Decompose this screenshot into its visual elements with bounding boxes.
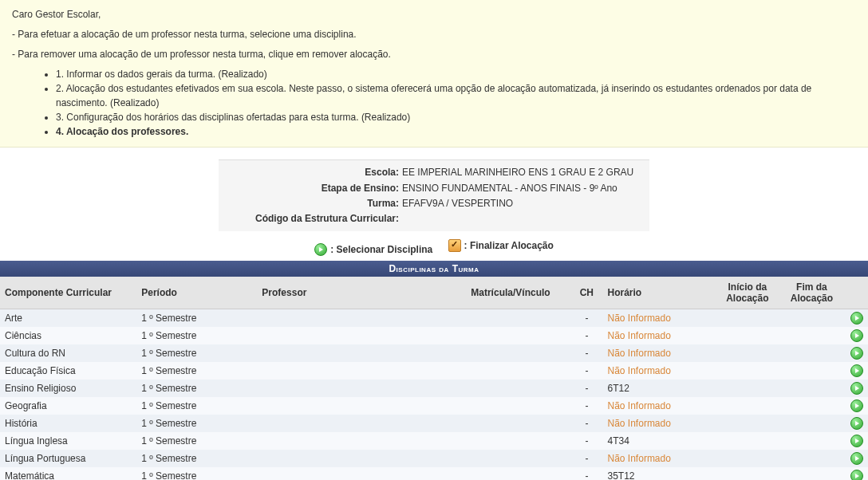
codigo-label: Código da Estrutura Curricular: xyxy=(227,211,402,226)
cell-fim xyxy=(779,450,844,467)
select-row-icon[interactable] xyxy=(850,382,863,395)
cell-componente: Ciências xyxy=(0,327,136,344)
table-row: Língua Portuguesa1 º Semestre-Não Inform… xyxy=(0,450,868,467)
cell-horario: Não Informado xyxy=(603,397,716,415)
notice-panel: Caro Gestor Escolar, - Para efetuar a al… xyxy=(0,0,868,148)
cell-periodo: 1 º Semestre xyxy=(136,397,257,415)
cell-ch: - xyxy=(570,467,602,480)
disciplinas-table: Componente Curricular Período Professor … xyxy=(0,277,868,480)
finalize-icon xyxy=(448,239,461,252)
cell-componente: Matemática xyxy=(0,467,136,480)
cell-ch: - xyxy=(570,309,602,328)
table-row: Educação Física1 º Semestre-Não Informad… xyxy=(0,362,868,380)
th-componente: Componente Curricular xyxy=(0,277,136,309)
cell-fim xyxy=(779,415,844,432)
cell-inicio xyxy=(716,432,780,450)
cell-inicio xyxy=(716,450,780,467)
cell-matricula xyxy=(466,344,570,362)
table-body: Arte1 º Semestre-Não InformadoCiências1 … xyxy=(0,309,868,480)
select-row-icon[interactable] xyxy=(850,312,863,325)
cell-matricula xyxy=(466,380,570,397)
cell-componente: Geografia xyxy=(0,397,136,415)
th-horario: Horário xyxy=(603,277,716,309)
cell-fim xyxy=(779,380,844,397)
th-actions xyxy=(844,277,868,309)
cell-componente: Cultura do RN xyxy=(0,344,136,362)
cell-matricula xyxy=(466,415,570,432)
turma-label: Turma: xyxy=(227,196,402,211)
cell-horario: 35T12 xyxy=(603,467,716,480)
select-row-icon[interactable] xyxy=(850,452,863,465)
cell-ch: - xyxy=(570,415,602,432)
cell-fim xyxy=(779,397,844,415)
cell-componente: Língua Inglesa xyxy=(0,432,136,450)
cell-inicio xyxy=(716,380,780,397)
step-item: 2. Alocação dos estudantes efetivados em… xyxy=(56,81,856,110)
cell-inicio xyxy=(716,415,780,432)
cell-ch: - xyxy=(570,362,602,380)
select-row-icon[interactable] xyxy=(850,435,863,447)
cell-professor xyxy=(257,380,466,397)
cell-professor xyxy=(257,467,466,480)
step-item: 1. Informar os dados gerais da turma. (R… xyxy=(56,67,856,81)
cell-periodo: 1 º Semestre xyxy=(136,432,257,450)
select-row-icon[interactable] xyxy=(850,347,863,360)
cell-fim xyxy=(779,327,844,344)
cell-professor xyxy=(257,415,466,432)
cell-horario: Não Informado xyxy=(603,415,716,432)
select-row-icon[interactable] xyxy=(850,329,863,342)
cell-inicio xyxy=(716,397,780,415)
steps-list: 1. Informar os dados gerais da turma. (R… xyxy=(12,67,856,139)
cell-periodo: 1 º Semestre xyxy=(136,309,257,328)
cell-ch: - xyxy=(570,397,602,415)
th-matricula: Matrícula/Vínculo xyxy=(466,277,570,309)
cell-matricula xyxy=(466,467,570,480)
cell-periodo: 1 º Semestre xyxy=(136,362,257,380)
cell-ch: - xyxy=(570,327,602,344)
notice-line2: - Para remover uma alocação de um profes… xyxy=(12,48,856,61)
etapa-value: ENSINO FUNDAMENTAL - ANOS FINAIS - 9º An… xyxy=(402,181,617,196)
cell-fim xyxy=(779,362,844,380)
step-item: 3. Configuração dos horários das discipl… xyxy=(56,110,856,124)
table-row: Matemática1 º Semestre-35T12 xyxy=(0,467,868,480)
cell-professor xyxy=(257,344,466,362)
select-row-icon[interactable] xyxy=(850,364,863,377)
table-row: Arte1 º Semestre-Não Informado xyxy=(0,309,868,328)
cell-inicio xyxy=(716,362,780,380)
notice-line1: - Para efetuar a alocação de um professo… xyxy=(12,28,856,41)
cell-horario: Não Informado xyxy=(603,327,716,344)
cell-professor xyxy=(257,309,466,328)
cell-horario: 4T34 xyxy=(603,432,716,450)
cell-inicio xyxy=(716,467,780,480)
cell-ch: - xyxy=(570,344,602,362)
cell-horario: 6T12 xyxy=(603,380,716,397)
etapa-label: Etapa de Ensino: xyxy=(227,181,402,196)
cell-matricula xyxy=(466,450,570,467)
cell-fim xyxy=(779,344,844,362)
table-title: Disciplinas da Turma xyxy=(0,261,868,277)
table-row: Língua Inglesa1 º Semestre-4T34 xyxy=(0,432,868,450)
cell-horario: Não Informado xyxy=(603,450,716,467)
cell-periodo: 1 º Semestre xyxy=(136,327,257,344)
cell-professor xyxy=(257,362,466,380)
th-periodo: Período xyxy=(136,277,257,309)
th-fim: Fim da Alocação xyxy=(779,277,844,309)
cell-horario: Não Informado xyxy=(603,344,716,362)
cell-matricula xyxy=(466,432,570,450)
cell-periodo: 1 º Semestre xyxy=(136,344,257,362)
cell-professor xyxy=(257,327,466,344)
select-row-icon[interactable] xyxy=(850,417,863,430)
cell-fim xyxy=(779,309,844,328)
select-row-icon[interactable] xyxy=(850,399,863,412)
cell-componente: Ensino Religioso xyxy=(0,380,136,397)
cell-componente: História xyxy=(0,415,136,432)
notice-greeting: Caro Gestor Escolar, xyxy=(12,8,856,22)
cell-matricula xyxy=(466,397,570,415)
table-header-row: Componente Curricular Período Professor … xyxy=(0,277,868,309)
selecionar-label: : Selecionar Disciplina xyxy=(330,244,432,255)
select-row-icon[interactable] xyxy=(850,470,863,480)
escola-label: Escola: xyxy=(227,165,402,180)
turma-value: EFAFV9A / VESPERTINO xyxy=(402,196,513,211)
cell-fim xyxy=(779,432,844,450)
cell-matricula xyxy=(466,327,570,344)
